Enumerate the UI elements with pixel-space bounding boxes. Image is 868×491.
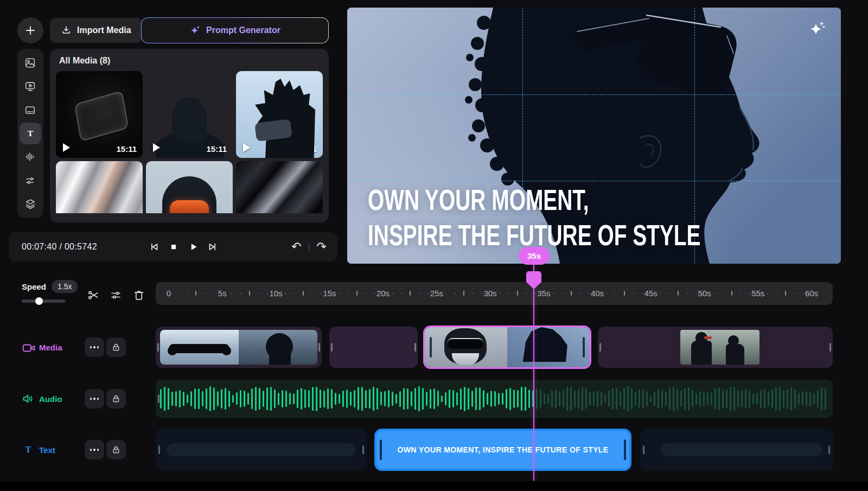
stop-button[interactable] bbox=[167, 240, 181, 254]
preview-canvas[interactable]: OWN YOUR MOMENT, INSPIRE THE FUTURE OF S… bbox=[347, 8, 841, 264]
ruler-tick bbox=[589, 293, 590, 294]
media-item-chrome-swirl[interactable] bbox=[56, 161, 143, 213]
text-clip-1[interactable] bbox=[156, 429, 367, 471]
waveform-bar bbox=[547, 394, 549, 404]
ruler-label-30s: 30s bbox=[483, 282, 496, 305]
delete-clip-button[interactable] bbox=[130, 286, 148, 304]
sidebar-item-layers[interactable] bbox=[20, 193, 41, 215]
speed-slider-thumb[interactable] bbox=[35, 297, 43, 305]
text-clip-active[interactable]: OWN YOUR MOMENT, INSPIRE THE FUTURE OF S… bbox=[374, 429, 631, 471]
ruler-tick bbox=[321, 293, 322, 294]
skip-start-button[interactable] bbox=[147, 240, 161, 254]
media-item-glossy[interactable] bbox=[236, 161, 323, 213]
text-track-lock-button[interactable] bbox=[106, 440, 126, 460]
trim-handle-right[interactable] bbox=[828, 445, 830, 454]
text-clip-content: OWN YOUR MOMENT, INSPIRE THE FUTURE OF S… bbox=[397, 445, 608, 454]
ruler-tick bbox=[660, 293, 661, 294]
sidebar-item-images[interactable] bbox=[20, 52, 41, 74]
add-media-button[interactable] bbox=[17, 17, 43, 43]
trim-handle-right[interactable] bbox=[624, 439, 626, 460]
ruler-tick bbox=[624, 291, 625, 296]
ruler-tick bbox=[579, 293, 580, 294]
waveform-bar bbox=[616, 388, 617, 409]
adjust-clip-button[interactable] bbox=[107, 286, 125, 304]
trim-handle-right[interactable] bbox=[414, 343, 416, 352]
timeline-ruler[interactable]: 05s10s15s20s25s30s35s40s45s50s55s60s bbox=[156, 282, 833, 305]
sidebar-item-captions[interactable] bbox=[20, 99, 41, 121]
split-clip-button[interactable] bbox=[85, 286, 102, 304]
waveform-bar bbox=[692, 390, 693, 407]
waveform-bar bbox=[399, 391, 401, 407]
waveform-bar bbox=[225, 388, 226, 409]
prompt-generator-button[interactable]: Prompt Generator bbox=[141, 17, 329, 43]
sidebar-item-text[interactable]: T bbox=[20, 123, 41, 144]
trim-handle-left[interactable] bbox=[158, 394, 159, 403]
media-item-vr-headset[interactable]: 15:11 bbox=[236, 71, 323, 158]
waveform-bar bbox=[722, 390, 724, 409]
waveform-bar bbox=[266, 387, 268, 410]
waveform-bar bbox=[346, 390, 348, 407]
waveform-bar bbox=[376, 388, 378, 410]
playhead-line[interactable] bbox=[533, 264, 534, 481]
trim-handle-right[interactable] bbox=[362, 445, 364, 454]
ruler-tick bbox=[285, 293, 286, 294]
undo-button[interactable]: ↶ bbox=[290, 241, 302, 253]
waveform-icon bbox=[24, 151, 36, 163]
trim-handle-left[interactable] bbox=[158, 445, 160, 454]
trim-handle-left[interactable] bbox=[331, 343, 333, 352]
speed-slider-track[interactable] bbox=[22, 299, 65, 303]
trim-handle-left[interactable] bbox=[599, 343, 601, 352]
media-item-woman[interactable]: 15:11 bbox=[146, 71, 233, 158]
text-clip-3[interactable] bbox=[640, 429, 833, 471]
waveform-bar bbox=[650, 396, 652, 401]
waveform-bar bbox=[183, 392, 184, 406]
audio-track-options-button[interactable] bbox=[85, 389, 104, 409]
trim-handle-left[interactable] bbox=[157, 343, 159, 352]
media-clip-3-selected[interactable] bbox=[423, 326, 591, 369]
waveform-bar bbox=[490, 391, 492, 407]
sidebar-item-video[interactable] bbox=[20, 75, 41, 97]
import-media-label: Import Media bbox=[77, 25, 131, 35]
ruler-tick bbox=[615, 293, 616, 294]
waveform-bar bbox=[342, 391, 344, 407]
audio-clip-waveform[interactable] bbox=[156, 380, 833, 418]
trim-handle-right[interactable] bbox=[318, 343, 320, 352]
waveform-bar bbox=[601, 392, 602, 406]
playhead-time-badge[interactable]: 35s bbox=[519, 247, 550, 265]
trim-handle-left[interactable] bbox=[380, 439, 382, 460]
ruler-label-15s: 15s bbox=[323, 282, 336, 305]
waveform-bar bbox=[471, 391, 473, 407]
audio-track-lock-button[interactable] bbox=[106, 389, 126, 409]
redo-button[interactable]: ↷ bbox=[316, 241, 328, 253]
magic-sparkle-icon[interactable] bbox=[807, 20, 827, 39]
trim-handle-left[interactable] bbox=[430, 337, 432, 358]
media-track-options-button[interactable] bbox=[85, 337, 104, 357]
ruler-tick bbox=[794, 293, 795, 294]
play-button[interactable] bbox=[186, 240, 200, 254]
media-clip-2[interactable] bbox=[329, 327, 418, 368]
ruler-tick bbox=[419, 293, 420, 294]
media-clip-1[interactable] bbox=[156, 327, 322, 368]
media-item-helmet[interactable] bbox=[146, 161, 233, 213]
trim-handle-left[interactable] bbox=[643, 445, 644, 454]
ruler-label-40s: 40s bbox=[591, 282, 604, 305]
waveform-bar bbox=[202, 391, 203, 406]
text-track-options-button[interactable] bbox=[85, 440, 104, 460]
media-clip-4[interactable] bbox=[598, 327, 833, 368]
waveform-bar bbox=[680, 391, 682, 407]
media-item-keycap[interactable]: 15:11 bbox=[56, 71, 143, 158]
ruler-label-35s: 35s bbox=[537, 282, 550, 305]
waveform-bar bbox=[726, 390, 727, 407]
preview-headline[interactable]: OWN YOUR MOMENT, INSPIRE THE FUTURE OF S… bbox=[368, 182, 700, 253]
media-track-lock-button[interactable] bbox=[106, 337, 126, 357]
speed-slider[interactable] bbox=[22, 297, 65, 305]
skip-end-button[interactable] bbox=[206, 240, 220, 254]
trim-handle-right[interactable] bbox=[829, 343, 831, 352]
trash-icon bbox=[132, 289, 145, 302]
trim-handle-right[interactable] bbox=[583, 337, 585, 358]
import-media-button[interactable]: Import Media bbox=[50, 18, 142, 43]
sidebar-item-adjust[interactable] bbox=[20, 170, 41, 192]
waveform-bar bbox=[430, 389, 431, 408]
waveform-bar bbox=[160, 389, 162, 409]
sidebar-item-audio[interactable] bbox=[20, 146, 41, 168]
